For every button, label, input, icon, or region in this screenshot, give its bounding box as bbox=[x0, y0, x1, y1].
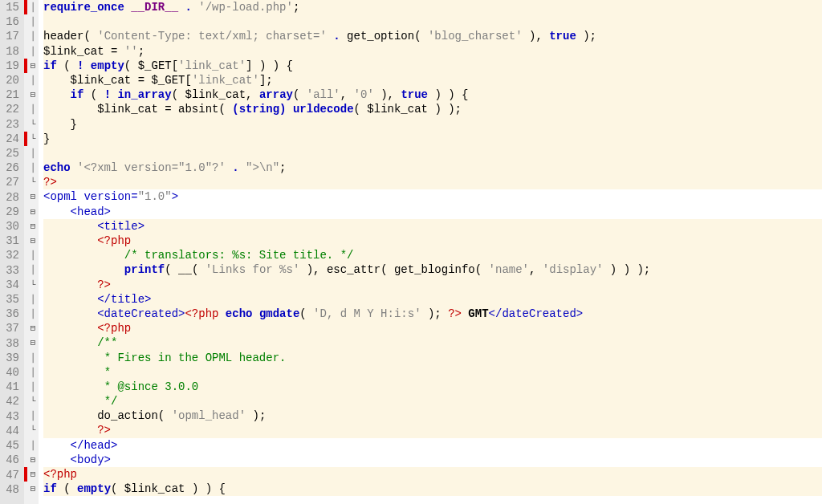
code-token bbox=[43, 453, 71, 466]
line-number: 40 bbox=[0, 365, 19, 380]
code-token bbox=[43, 395, 104, 408]
fold-toggle-icon[interactable]: ⊟ bbox=[27, 453, 39, 467]
code-token: ?> bbox=[448, 307, 462, 320]
code-line[interactable]: <title> bbox=[43, 219, 822, 234]
code-line[interactable]: } bbox=[43, 117, 822, 132]
fold-toggle-icon[interactable]: ⊟ bbox=[27, 482, 39, 496]
code-token: $link_cat bbox=[43, 45, 104, 58]
code-line[interactable]: <?php bbox=[43, 234, 822, 248]
code-line[interactable]: </title> bbox=[43, 292, 822, 307]
code-line[interactable]: do_action( 'opml_head' ); bbox=[43, 408, 822, 423]
code-line[interactable] bbox=[43, 146, 822, 161]
line-number: 24 bbox=[0, 132, 19, 146]
code-token: ?> bbox=[97, 278, 111, 291]
code-line[interactable]: * Fires in the OPML header. bbox=[43, 351, 822, 365]
fold-toggle-icon[interactable]: ⊟ bbox=[27, 189, 39, 204]
fold-toggle-icon[interactable]: ⊟ bbox=[27, 87, 39, 102]
code-editor[interactable]: 1516171819202122232425262728293031323334… bbox=[0, 0, 822, 504]
code-token: $link_cat bbox=[185, 88, 246, 101]
code-token: ); bbox=[421, 307, 449, 320]
fold-guide-icon: └ bbox=[27, 132, 39, 146]
code-token: ( bbox=[380, 263, 394, 276]
fold-toggle-icon[interactable]: ⊟ bbox=[27, 205, 39, 219]
code-line[interactable]: <dateCreated><?php echo gmdate( 'D, d M … bbox=[43, 307, 822, 321]
code-area[interactable]: require_once __DIR__ . '/wp-load.php'; h… bbox=[39, 0, 822, 504]
line-number: 18 bbox=[0, 44, 19, 59]
code-token: * Fires in the OPML header. bbox=[104, 352, 287, 364]
code-token: . bbox=[232, 161, 238, 174]
code-token: gmdate bbox=[259, 307, 299, 320]
code-token bbox=[43, 278, 97, 291]
code-line[interactable]: if ( ! in_array( $link_cat, array( 'all'… bbox=[43, 87, 822, 102]
code-line[interactable]: * @since 3.0.0 bbox=[43, 380, 822, 394]
code-line[interactable]: /* translators: %s: Site title. */ bbox=[43, 248, 822, 262]
code-token: > bbox=[172, 190, 178, 203]
code-token: <?php bbox=[43, 468, 77, 481]
code-token: = bbox=[104, 45, 124, 58]
code-token: 'opml_head' bbox=[172, 409, 246, 422]
code-token: * @since 3.0.0 bbox=[104, 380, 199, 393]
code-line[interactable]: $link_cat = $_GET['link_cat']; bbox=[43, 73, 822, 87]
code-line[interactable]: ?> bbox=[43, 175, 822, 189]
code-token: urldecode bbox=[293, 103, 354, 116]
code-token: ( bbox=[111, 482, 124, 495]
code-line[interactable]: <head> bbox=[43, 205, 822, 219]
code-token: <?php bbox=[185, 307, 218, 320]
code-token: empty bbox=[77, 482, 111, 495]
code-token: ) bbox=[523, 30, 536, 43]
fold-toggle-icon[interactable]: ⊟ bbox=[27, 59, 39, 73]
code-line[interactable]: } bbox=[43, 132, 822, 146]
code-line[interactable]: printf( __( 'Links for %s' ), esc_attr( … bbox=[43, 262, 822, 277]
code-token: , bbox=[246, 88, 259, 101]
code-line[interactable]: <body> bbox=[43, 453, 822, 467]
fold-toggle-icon[interactable]: ⊟ bbox=[27, 219, 39, 234]
code-line[interactable]: echo '<?xml version="1.0"?' . ">\n"; bbox=[43, 161, 822, 175]
fold-toggle-icon[interactable]: ⊟ bbox=[27, 335, 39, 350]
code-token: 'Links for %s' bbox=[206, 263, 300, 276]
code-line[interactable]: require_once __DIR__ . '/wp-load.php'; bbox=[43, 0, 822, 14]
line-number: 28 bbox=[0, 190, 19, 205]
code-line[interactable]: $link_cat = absint( (string) urldecode( … bbox=[43, 102, 822, 116]
code-token: ?> bbox=[97, 424, 111, 437]
code-line[interactable]: */ bbox=[43, 394, 822, 408]
line-number: 46 bbox=[0, 453, 19, 467]
line-number: 15 bbox=[0, 0, 19, 14]
code-line[interactable]: <?php bbox=[43, 467, 822, 482]
code-line[interactable]: /** bbox=[43, 335, 822, 350]
code-token bbox=[43, 424, 97, 437]
code-line[interactable]: <opml version="1.0"> bbox=[43, 189, 822, 204]
fold-toggle-icon[interactable]: ⊟ bbox=[27, 234, 39, 248]
code-token bbox=[218, 307, 225, 320]
code-token bbox=[43, 220, 97, 233]
code-token: '/wp-load.php' bbox=[198, 1, 293, 14]
code-line[interactable]: * bbox=[43, 365, 822, 380]
code-line[interactable]: $link_cat = ''; bbox=[43, 44, 822, 59]
code-token: '' bbox=[124, 45, 138, 58]
code-line[interactable]: </head> bbox=[43, 438, 822, 453]
code-token: ] ) ) { bbox=[246, 59, 293, 72]
code-line[interactable]: header( 'Content-Type: text/xml; charset… bbox=[43, 29, 822, 43]
fold-toggle-icon[interactable]: ⊟ bbox=[27, 321, 39, 335]
line-number: 44 bbox=[0, 424, 19, 438]
line-number: 26 bbox=[0, 161, 19, 175]
fold-toggle-icon[interactable]: ⊟ bbox=[27, 467, 39, 482]
code-line[interactable]: if ( empty( $link_cat ) ) { bbox=[43, 482, 822, 496]
code-token bbox=[43, 88, 71, 101]
code-token: $link_cat bbox=[367, 103, 428, 116]
code-line[interactable]: if ( ! empty( $_GET['link_cat'] ) ) { bbox=[43, 59, 822, 73]
fold-guide-icon: │ bbox=[27, 248, 39, 262]
code-token: /* translators: %s: Site title. */ bbox=[124, 249, 354, 262]
code-line[interactable] bbox=[43, 14, 822, 29]
code-token: </head> bbox=[71, 439, 118, 452]
code-line[interactable]: ?> bbox=[43, 423, 822, 437]
fold-guide-icon: │ bbox=[27, 44, 39, 59]
code-line[interactable]: ?> bbox=[43, 278, 822, 292]
line-number: 42 bbox=[0, 394, 19, 408]
code-token bbox=[43, 307, 97, 320]
fold-column[interactable]: ││││⊟│⊟│└└││└⊟⊟⊟⊟││└││⊟⊟│││└│└│⊟⊟⊟ bbox=[27, 0, 39, 504]
code-line[interactable]: <?php bbox=[43, 321, 822, 335]
code-token bbox=[43, 336, 97, 349]
code-token bbox=[43, 74, 71, 87]
code-token: 'Content-Type: text/xml; charset=' bbox=[97, 30, 327, 43]
code-token: 'D, d M Y H:i:s' bbox=[313, 307, 421, 320]
